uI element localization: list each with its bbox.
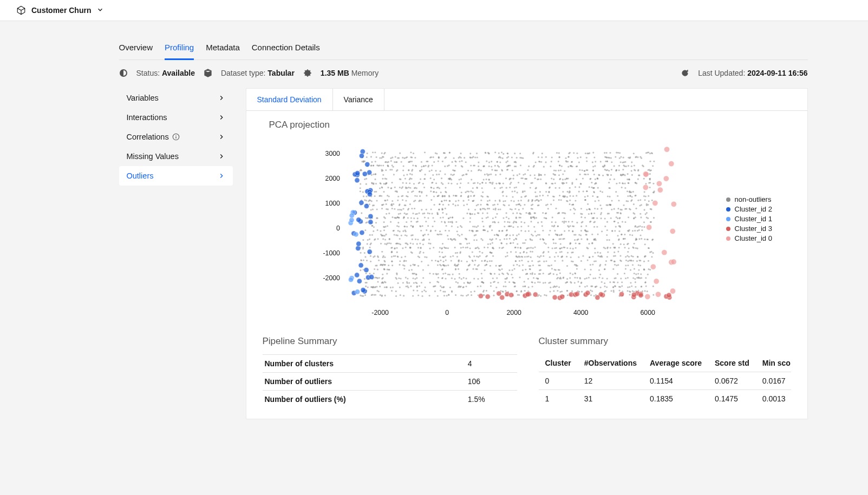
svg-point-1675 — [566, 290, 567, 292]
svg-point-699 — [520, 221, 522, 223]
svg-point-266 — [425, 209, 427, 210]
svg-point-1776 — [591, 234, 593, 235]
svg-point-644 — [637, 273, 639, 274]
svg-point-2313 — [524, 285, 526, 287]
pipeline-summary: Pipeline Summary Number of clusters4Numb… — [263, 336, 517, 408]
svg-point-657 — [370, 164, 372, 166]
svg-point-516 — [647, 274, 648, 275]
svg-point-845 — [477, 278, 479, 280]
svg-point-2013 — [432, 174, 434, 176]
svg-point-366 — [409, 182, 410, 184]
svg-point-2010 — [391, 169, 393, 170]
sidebar-item-interactions[interactable]: Interactions — [119, 108, 233, 127]
svg-point-1039 — [416, 290, 418, 292]
svg-point-564 — [448, 230, 449, 232]
tab-connection-details[interactable]: Connection Details — [252, 37, 320, 60]
svg-point-2338 — [469, 256, 471, 258]
title-dropdown[interactable] — [96, 6, 104, 15]
svg-point-2378 — [628, 157, 629, 159]
svg-point-2174 — [614, 278, 615, 279]
sidebar-item-outliers[interactable]: Outliers — [119, 166, 233, 186]
svg-point-2604 — [664, 147, 669, 152]
svg-point-1942 — [620, 278, 622, 279]
svg-point-2548 — [367, 192, 372, 197]
svg-point-76 — [366, 153, 368, 154]
svg-point-1913 — [460, 225, 461, 227]
svg-point-830 — [624, 221, 626, 223]
svg-point-1252 — [651, 153, 652, 154]
sidebar-item-variables[interactable]: Variables — [119, 88, 233, 108]
svg-point-752 — [557, 161, 559, 162]
svg-point-1594 — [589, 274, 591, 275]
svg-point-2442 — [511, 209, 512, 210]
svg-point-1491 — [421, 169, 422, 170]
svg-point-2601 — [655, 292, 661, 297]
svg-point-63 — [491, 242, 493, 244]
sidebar-item-missing-values[interactable]: Missing Values — [119, 147, 233, 166]
svg-point-2269 — [549, 186, 550, 188]
svg-point-1421 — [396, 225, 397, 227]
svg-point-2032 — [558, 174, 560, 176]
svg-point-47 — [474, 209, 475, 210]
svg-point-2179 — [471, 213, 473, 215]
svg-point-2594 — [652, 200, 657, 206]
svg-point-567 — [569, 152, 570, 154]
svg-point-2546 — [360, 287, 365, 292]
svg-point-843 — [518, 265, 520, 267]
svg-point-1700 — [538, 234, 540, 236]
svg-point-2403 — [381, 235, 382, 236]
svg-point-2005 — [534, 161, 536, 163]
svg-point-1249 — [622, 169, 624, 170]
table-row: Number of clusters4 — [263, 355, 517, 373]
svg-point-1710 — [506, 160, 508, 162]
svg-point-2028 — [633, 217, 635, 219]
svg-point-192 — [470, 195, 472, 197]
svg-point-2392 — [386, 243, 387, 245]
svg-point-1516 — [524, 290, 525, 292]
svg-point-169 — [403, 213, 405, 214]
tab-metadata[interactable]: Metadata — [206, 37, 240, 60]
svg-point-2339 — [530, 239, 531, 241]
svg-point-2218 — [506, 238, 507, 240]
svg-point-1132 — [480, 204, 481, 206]
svg-point-1071 — [414, 208, 415, 209]
sub-tab-variance[interactable]: Variance — [333, 89, 384, 110]
svg-point-294 — [582, 177, 583, 179]
svg-point-1054 — [375, 265, 376, 267]
svg-point-2064 — [644, 199, 645, 201]
svg-point-1021 — [479, 251, 480, 253]
svg-point-1926 — [467, 196, 468, 197]
svg-point-1360 — [457, 282, 459, 283]
sidebar-item-correlations[interactable]: Correlations — [119, 127, 233, 147]
svg-point-264 — [492, 182, 493, 183]
svg-point-1976 — [454, 278, 455, 280]
svg-point-1362 — [552, 273, 554, 275]
svg-point-2006 — [421, 261, 422, 262]
svg-point-1962 — [517, 247, 519, 248]
svg-point-1941 — [557, 269, 559, 270]
svg-point-1966 — [631, 234, 633, 236]
sub-tab-standard-deviation[interactable]: Standard Deviation — [246, 89, 333, 110]
svg-point-2492 — [618, 200, 619, 201]
svg-point-1764 — [506, 195, 507, 197]
svg-point-1896 — [594, 165, 596, 167]
svg-point-1353 — [472, 182, 474, 184]
svg-point-1009 — [375, 156, 377, 158]
tab-overview[interactable]: Overview — [119, 37, 153, 60]
svg-point-2451 — [360, 183, 361, 184]
svg-point-1557 — [529, 187, 531, 189]
svg-point-1849 — [484, 260, 485, 262]
svg-point-1738 — [488, 200, 490, 201]
svg-point-2515 — [367, 170, 371, 175]
svg-point-1798 — [431, 213, 433, 214]
svg-point-1662 — [573, 213, 575, 214]
svg-point-1651 — [515, 162, 517, 163]
tab-profiling[interactable]: Profiling — [165, 37, 194, 60]
chevron-right-icon — [218, 133, 225, 141]
svg-point-1528 — [569, 243, 571, 245]
svg-point-1897 — [542, 230, 544, 232]
svg-point-1638 — [475, 255, 477, 257]
svg-point-1847 — [520, 213, 521, 215]
svg-point-1853 — [436, 213, 438, 215]
svg-point-2483 — [490, 182, 491, 183]
